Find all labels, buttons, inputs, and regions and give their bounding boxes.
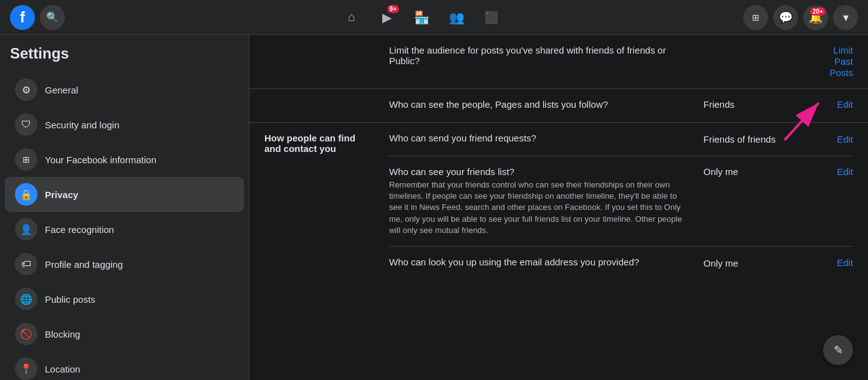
facebook-info-icon: ⊞ bbox=[15, 148, 37, 171]
face-recognition-icon: 👤 bbox=[15, 218, 37, 240]
top-navigation: f 🔍 ⌂ ▶ 9+ 🏪 👥 ⬛ ⊞ 💬 🔔 20+ bbox=[0, 0, 868, 35]
topnav-center: ⌂ ▶ 9+ 🏪 👥 ⬛ bbox=[160, 2, 683, 32]
friends-list-value: Only me bbox=[703, 166, 816, 177]
friends-list-description: Remember that your friends control who c… bbox=[389, 179, 688, 236]
sidebar-item-privacy[interactable]: 🔒 Privacy bbox=[5, 177, 244, 212]
search-button[interactable]: 🔍 bbox=[40, 5, 65, 30]
sidebar-label-privacy: Privacy bbox=[45, 189, 78, 200]
who-follow-action: Edit bbox=[816, 99, 853, 110]
sidebar-item-profile-tagging[interactable]: 🏷 Profile and tagging bbox=[5, 247, 244, 282]
grid-icon: ⊞ bbox=[752, 12, 760, 22]
groups-icon: 👥 bbox=[449, 10, 465, 25]
limit-past-posts-link[interactable]: Limit Past Posts bbox=[829, 45, 853, 78]
who-follow-desc: Who can see the people, Pages and lists … bbox=[389, 99, 703, 112]
who-follow-row: Who can see the people, Pages and lists … bbox=[249, 89, 868, 123]
sidebar-label-location: Location bbox=[45, 364, 80, 374]
topnav-right: ⊞ 💬 🔔 20+ ▾ bbox=[683, 5, 858, 30]
friend-requests-value: Friends of friends bbox=[703, 134, 816, 145]
privacy-icon: 🔒 bbox=[15, 183, 37, 206]
friend-requests-question: Who can send you friend requests? bbox=[389, 133, 688, 143]
marketplace-icon: 🏪 bbox=[414, 10, 430, 25]
blocking-icon: 🚫 bbox=[15, 323, 37, 345]
sidebar-item-facebook-info[interactable]: ⊞ Your Facebook information bbox=[5, 142, 244, 177]
general-icon: ⚙ bbox=[15, 78, 37, 101]
sidebar-item-face-recognition[interactable]: 👤 Face recognition bbox=[5, 212, 244, 247]
marketplace-nav-button[interactable]: 🏪 bbox=[407, 2, 436, 32]
home-icon: ⌂ bbox=[348, 10, 355, 24]
notifications-badge: 20+ bbox=[810, 7, 826, 16]
home-nav-button[interactable]: ⌂ bbox=[337, 2, 367, 32]
settings-title: Settings bbox=[0, 45, 249, 72]
sidebar-label-public-posts: Public posts bbox=[45, 294, 95, 305]
account-menu-button[interactable]: ▾ bbox=[833, 5, 858, 30]
email-lookup-value: Only me bbox=[703, 258, 816, 268]
friend-requests-row: Who can send you friend requests? Friend… bbox=[389, 133, 853, 156]
email-lookup-desc: Who can look you up using the email addr… bbox=[389, 257, 703, 270]
friend-requests-action: Edit bbox=[816, 134, 853, 145]
security-icon: 🛡 bbox=[15, 113, 37, 136]
sidebar-item-blocking[interactable]: 🚫 Blocking bbox=[5, 316, 244, 351]
sidebar-item-security[interactable]: 🛡 Security and login bbox=[5, 107, 244, 142]
sidebar-item-public-posts[interactable]: 🌐 Public posts bbox=[5, 282, 244, 316]
email-lookup-row: Who can look you up using the email addr… bbox=[389, 257, 853, 270]
friends-list-edit-link[interactable]: Edit bbox=[837, 166, 853, 177]
messenger-icon: 💬 bbox=[779, 11, 793, 24]
notifications-button[interactable]: 🔔 20+ bbox=[803, 5, 828, 30]
groups-nav-button[interactable]: 👥 bbox=[441, 2, 471, 32]
who-follow-value: Friends bbox=[703, 99, 816, 110]
watch-nav-button[interactable]: ▶ 9+ bbox=[372, 2, 402, 32]
public-posts-icon: 🌐 bbox=[15, 288, 37, 310]
sidebar-label-profile-tagging: Profile and tagging bbox=[45, 259, 123, 270]
friends-list-desc: Who can see your friends list? Remember … bbox=[389, 166, 703, 236]
sidebar: Settings ⚙ General 🛡 Security and login … bbox=[0, 35, 249, 380]
sidebar-label-security: Security and login bbox=[45, 120, 119, 130]
main-layout: Settings ⚙ General 🛡 Security and login … bbox=[0, 35, 868, 380]
contact-section-content: Who can send you friend requests? Friend… bbox=[389, 133, 853, 270]
contact-section-label: How people can find and contact you bbox=[264, 133, 374, 154]
email-lookup-edit-link[interactable]: Edit bbox=[837, 257, 853, 268]
settings-content: Limit the audience for posts you've shar… bbox=[249, 35, 868, 380]
facebook-logo[interactable]: f bbox=[10, 5, 35, 30]
grid-menu-button[interactable]: ⊞ bbox=[743, 5, 768, 30]
sidebar-item-location[interactable]: 📍 Location bbox=[5, 351, 244, 380]
contact-section-label-col: How people can find and contact you bbox=[264, 133, 389, 154]
email-lookup-action: Edit bbox=[816, 257, 853, 268]
profile-tagging-icon: 🏷 bbox=[15, 253, 37, 275]
limit-audience-question: Limit the audience for posts you've shar… bbox=[389, 45, 688, 66]
limit-audience-desc: Limit the audience for posts you've shar… bbox=[389, 45, 703, 69]
friend-requests-desc: Who can send you friend requests? bbox=[389, 133, 703, 146]
who-follow-edit-link[interactable]: Edit bbox=[837, 99, 853, 110]
sidebar-label-facebook-info: Your Facebook information bbox=[45, 154, 157, 165]
who-follow-question: Who can see the people, Pages and lists … bbox=[389, 99, 688, 110]
sidebar-item-general[interactable]: ⚙ General bbox=[5, 72, 244, 107]
chevron-down-icon: ▾ bbox=[843, 11, 849, 24]
email-lookup-question: Who can look you up using the email addr… bbox=[389, 257, 688, 267]
sidebar-label-general: General bbox=[45, 85, 78, 95]
limit-audience-row: Limit the audience for posts you've shar… bbox=[249, 35, 868, 89]
friend-requests-edit-link[interactable]: Edit bbox=[837, 134, 853, 145]
gaming-nav-button[interactable]: ⬛ bbox=[476, 2, 506, 32]
floating-edit-icon: ✎ bbox=[834, 343, 843, 357]
friends-list-question: Who can see your friends list? bbox=[389, 166, 688, 177]
topnav-left: f 🔍 bbox=[10, 5, 160, 30]
limit-audience-action: Limit Past Posts bbox=[816, 45, 853, 78]
sidebar-label-face-recognition: Face recognition bbox=[45, 224, 114, 235]
location-icon: 📍 bbox=[15, 358, 37, 380]
contact-section-row: How people can find and contact you Who … bbox=[249, 123, 868, 280]
friends-list-action: Edit bbox=[816, 166, 853, 178]
friends-list-row: Who can see your friends list? Remember … bbox=[389, 166, 853, 247]
watch-badge: 9+ bbox=[387, 5, 399, 13]
gaming-icon: ⬛ bbox=[485, 11, 498, 24]
floating-edit-button[interactable]: ✎ bbox=[823, 335, 853, 365]
messenger-button[interactable]: 💬 bbox=[773, 5, 798, 30]
sidebar-label-blocking: Blocking bbox=[45, 329, 80, 340]
search-icon: 🔍 bbox=[46, 11, 59, 23]
